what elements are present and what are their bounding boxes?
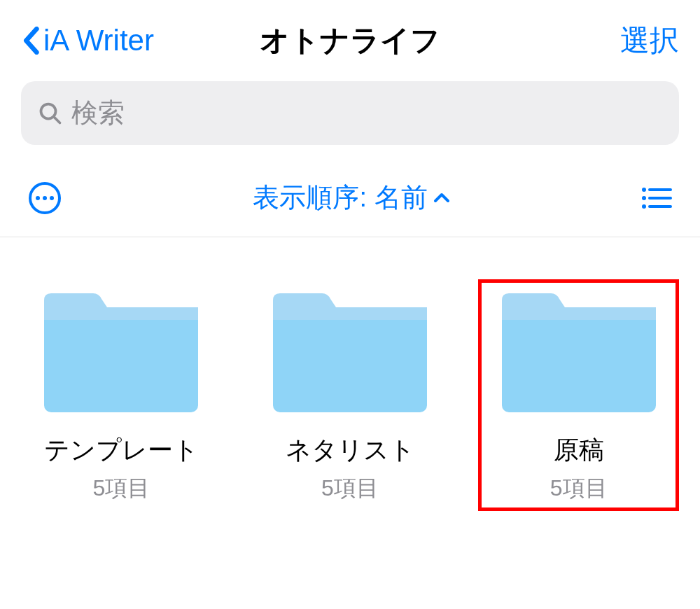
svg-rect-13 — [44, 307, 198, 320]
search-placeholder: 検索 — [71, 95, 125, 131]
svg-point-6 — [642, 188, 646, 192]
folder-icon — [37, 286, 205, 419]
back-label: iA Writer — [43, 24, 154, 57]
svg-line-1 — [54, 116, 60, 122]
page-title: オトナライフ — [260, 21, 440, 60]
chevron-left-icon — [21, 27, 41, 55]
list-view-button[interactable] — [641, 186, 672, 211]
svg-rect-17 — [502, 307, 656, 320]
folder-grid: テンプレート5項目 ネタリスト5項目 原稿5項目 — [0, 237, 700, 553]
svg-rect-16 — [502, 307, 656, 412]
folder-name: テンプレート — [44, 433, 199, 468]
select-button[interactable]: 選択 — [620, 21, 679, 60]
svg-point-10 — [642, 204, 646, 209]
svg-point-3 — [36, 196, 40, 200]
svg-point-5 — [50, 196, 54, 200]
sort-label-text: 表示順序: 名前 — [253, 180, 427, 216]
folder-count: 5項目 — [321, 473, 379, 504]
chevron-up-icon — [433, 192, 450, 204]
folder-count: 5項目 — [550, 473, 608, 504]
folder-name: ネタリスト — [286, 433, 415, 468]
search-input[interactable]: 検索 — [21, 81, 679, 145]
svg-rect-14 — [273, 307, 427, 412]
svg-point-4 — [43, 196, 47, 200]
folder-name: 原稿 — [554, 433, 604, 468]
svg-point-8 — [642, 196, 646, 200]
folder-icon — [266, 286, 434, 419]
folder-count: 5項目 — [92, 473, 150, 504]
folder-icon — [495, 286, 663, 419]
sort-order-button[interactable]: 表示順序: 名前 — [253, 180, 449, 216]
svg-rect-12 — [44, 307, 198, 412]
nav-bar: iA Writer オトナライフ 選択 — [0, 0, 700, 74]
more-options-button[interactable] — [28, 181, 62, 215]
svg-rect-15 — [273, 307, 427, 320]
search-icon — [38, 101, 63, 126]
back-button[interactable]: iA Writer — [21, 24, 154, 57]
folder-item[interactable]: 原稿5項目 — [478, 279, 679, 511]
sort-bar: 表示順序: 名前 — [0, 159, 700, 237]
folder-item[interactable]: テンプレート5項目 — [21, 279, 222, 511]
folder-item[interactable]: ネタリスト5項目 — [250, 279, 451, 511]
